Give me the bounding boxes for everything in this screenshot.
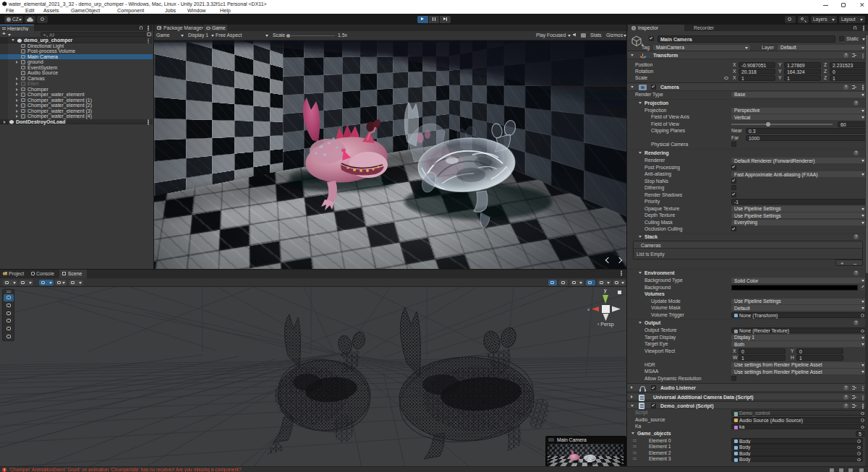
svg-text:y: y	[604, 288, 607, 293]
svg-text:x: x	[587, 307, 590, 312]
